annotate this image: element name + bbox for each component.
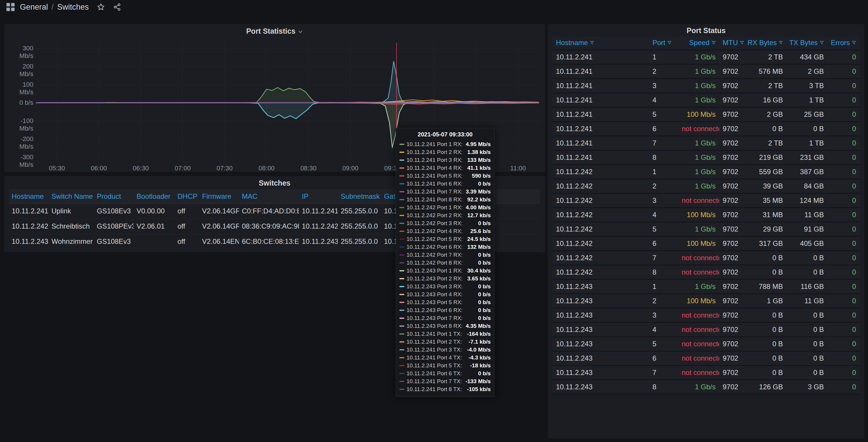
column-header-errors[interactable]: Errors: [827, 36, 860, 50]
cell-tx-bytes: 1 TB: [786, 93, 827, 107]
cell-mtu: 9702: [719, 365, 744, 380]
filter-funnel-icon[interactable]: [852, 41, 856, 45]
filter-funnel-icon[interactable]: [668, 41, 672, 45]
tooltip-series-row: 10.11.2.241 Port 7 TX:-133 Mb/s: [400, 377, 491, 385]
filter-funnel-icon[interactable]: [590, 41, 594, 45]
table-row: 10.11.2.2437not connected97020 B0 B0: [553, 365, 860, 380]
cell-hostname: 10.11.2.241: [553, 50, 649, 64]
cell-hostname: 10.11.2.242: [553, 251, 649, 265]
cell-dhcp: off: [175, 219, 199, 234]
table-row: 10.11.2.24121 Gb/s9702576 MB2 GB0: [553, 64, 860, 79]
column-header-product[interactable]: Product: [94, 189, 134, 203]
cell-errors: 0: [827, 79, 860, 93]
y-axis-label: 300 Mb/s: [8, 45, 33, 60]
cell-hostname: 10.11.2.243: [553, 336, 649, 351]
panel-title-text: Port Status: [687, 26, 725, 35]
column-header-ip[interactable]: IP: [299, 189, 338, 203]
column-header-rx-bytes[interactable]: RX Bytes: [744, 36, 786, 50]
cell-product: GS108Ev3: [94, 234, 134, 249]
cell-port: 1: [649, 50, 678, 64]
tooltip-series-label: 10.11.2.241 Port 5 TX:: [406, 362, 468, 369]
tooltip-series-label: 10.11.2.242 Port 1 RX:: [406, 204, 463, 211]
column-header-dhcp[interactable]: DHCP: [175, 189, 199, 203]
tooltip-series-value: -133 Mb/s: [465, 378, 491, 385]
cell-switch-name: Schreibtisch: [49, 219, 94, 234]
column-header-label: Port: [652, 39, 665, 47]
cell-mac: 6C:B0:CE:08:13:E2: [239, 234, 299, 249]
tooltip-series-label: 10.11.2.242 Port 8 RX:: [406, 260, 476, 266]
column-header-mtu[interactable]: MTU: [719, 36, 744, 50]
port-statistics-panel-title[interactable]: Port Statistics: [5, 25, 545, 37]
cell-speed: 100 Mb/s: [678, 208, 719, 222]
cell-rx-bytes: 2 TB: [744, 50, 786, 64]
cell-hostname: 10.11.2.242: [553, 265, 649, 279]
tooltip-series-row: 10.11.2.241 Port 3 TX:-4.0 Mb/s: [400, 346, 491, 354]
cell-rx-bytes: 2 GB: [744, 107, 786, 121]
filter-funnel-icon[interactable]: [779, 41, 783, 45]
y-axis-label: 100 Mb/s: [8, 81, 33, 96]
column-header-bootloader[interactable]: Bootloader: [134, 189, 175, 203]
tooltip-series-label: 10.11.2.241 Port 7 TX:: [406, 378, 463, 385]
table-row: 10.11.2.2432100 Mb/s97021 GB11 GB0: [553, 294, 860, 308]
cell-rx-bytes: 0 B: [744, 351, 786, 365]
series-color-swatch: [400, 341, 404, 343]
column-header-switch-name[interactable]: Switch Name: [49, 189, 94, 203]
x-axis-label: 09:00: [336, 165, 365, 172]
series-color-swatch: [400, 144, 404, 145]
cell-rx-bytes: 126 GB: [744, 380, 786, 394]
filter-funnel-icon[interactable]: [740, 41, 744, 45]
cell-tx-bytes: 405 GB: [786, 236, 827, 251]
cell-rx-bytes: 317 GB: [744, 236, 786, 251]
tooltip-series-value: 30.4 kb/s: [467, 268, 491, 274]
filter-funnel-icon[interactable]: [712, 41, 716, 45]
table-row: 10.11.2.24181 Gb/s9702219 GB231 GB0: [553, 150, 860, 165]
cell-errors: 0: [827, 165, 860, 179]
cell-hostname: 10.11.2.241: [9, 203, 49, 219]
cell-errors: 0: [827, 236, 860, 251]
cell-mac: 08:36:C9:09:AC:9F: [239, 219, 299, 234]
column-header-speed[interactable]: Speed: [678, 36, 719, 50]
cell-port: 5: [649, 336, 678, 351]
breadcrumb-separator: /: [52, 3, 54, 12]
column-header-firmware[interactable]: Firmware: [199, 189, 239, 203]
cell-rx-bytes: 2 TB: [744, 136, 786, 150]
share-icon[interactable]: [113, 3, 122, 11]
column-header-mac[interactable]: MAC: [239, 189, 299, 203]
cell-hostname: 10.11.2.241: [553, 107, 649, 121]
tooltip-series-label: 10.11.2.243 Port 6 RX:: [406, 307, 476, 314]
column-header-hostname[interactable]: Hostname: [9, 189, 49, 203]
cell-errors: 0: [827, 107, 860, 121]
column-header-port[interactable]: Port: [649, 36, 678, 50]
column-header-subnetmask[interactable]: Subnetmask: [338, 189, 381, 203]
series-color-swatch: [400, 254, 404, 256]
cell-tx-bytes: 3 TB: [786, 79, 827, 93]
column-header-hostname[interactable]: Hostname: [553, 36, 649, 50]
x-axis-label: 08:30: [294, 165, 323, 172]
cell-speed: not connected: [678, 336, 719, 351]
star-icon[interactable]: [96, 3, 105, 11]
cell-port: 5: [649, 107, 678, 121]
x-axis-label: 07:00: [168, 165, 197, 172]
tooltip-series-row: 10.11.2.242 Port 2 RX:12.7 kb/s: [400, 211, 491, 219]
tooltip-series-value: 92.2 kb/s: [467, 197, 491, 203]
cell-speed: not connected: [678, 265, 719, 279]
y-axis-label: -200 Mb/s: [8, 135, 33, 150]
cell-tx-bytes: 11 GB: [786, 208, 827, 222]
series-color-swatch: [400, 373, 404, 374]
series-color-swatch: [400, 270, 404, 271]
filter-funnel-icon[interactable]: [820, 41, 824, 45]
cell-tx-bytes: 0 B: [786, 365, 827, 380]
cell-mtu: 9702: [719, 336, 744, 351]
tooltip-series-row: 10.11.2.242 Port 5 RX:24.5 kb/s: [400, 235, 491, 243]
cell-hostname: 10.11.2.243: [553, 294, 649, 308]
cell-mtu: 9702: [719, 93, 744, 107]
dashboards-grid-icon[interactable]: [6, 3, 14, 11]
cell-tx-bytes: 1 TB: [786, 136, 827, 150]
cell-tx-bytes: 25 GB: [786, 107, 827, 121]
breadcrumb-dashboard[interactable]: Switches: [57, 3, 89, 12]
tooltip-series-value: -164 kb/s: [467, 331, 491, 337]
cell-hostname: 10.11.2.241: [553, 93, 649, 107]
column-header-tx-bytes[interactable]: TX Bytes: [786, 36, 827, 50]
breadcrumb-folder[interactable]: General: [20, 3, 48, 12]
port-status-panel-title[interactable]: Port Status: [548, 25, 864, 36]
